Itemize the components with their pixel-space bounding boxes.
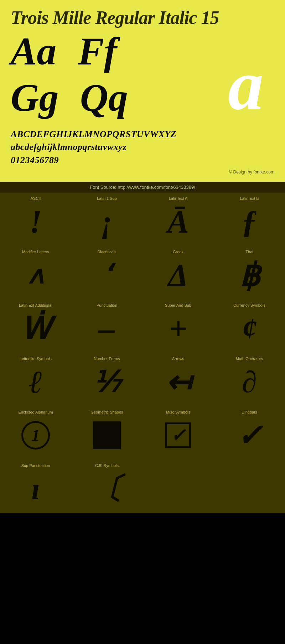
glyph-modifier: ʌ: [28, 254, 43, 296]
font-source-bar: Font Source: http://www.fontke.com/font/…: [0, 182, 285, 193]
glyph-cell-latinextadd: Latin Ext Additional Ẇ: [0, 300, 71, 353]
cat-misc: Misc Symbols: [142, 406, 214, 414]
big-glyph-qq: Qq: [80, 78, 128, 117]
glyph-latinexta: Ā: [167, 201, 189, 243]
glyph-cjk: 〔: [92, 468, 122, 510]
glyph-geoshapes-wrap: [93, 414, 121, 456]
glyph-latin1sup: ¡: [100, 201, 113, 243]
cat-numberforms: Number Forms: [71, 353, 142, 361]
glyph-geoshapes-square: [93, 421, 121, 449]
glyph-superandsub: +: [169, 307, 187, 349]
glyph-diacriticals: ʻ: [103, 254, 112, 296]
glyph-cell-latin1sup: Latin 1 Sup ¡: [71, 193, 142, 246]
cat-cjk: CJK Symbols: [71, 460, 142, 468]
glyph-cell-thai: Thai ฿: [214, 246, 285, 300]
glyph-cell-ascii: ASCII !: [0, 193, 71, 246]
cat-punctuation: Punctuation: [71, 300, 142, 307]
font-source-text: Font Source: http://www.fontke.com/font/…: [90, 185, 195, 190]
big-glyph-ff: Ff: [78, 32, 117, 71]
glyph-mathops: ∂: [242, 361, 257, 403]
cat-arrows: Arrows: [142, 353, 214, 361]
glyph-misc-wrap: ✓: [165, 414, 191, 456]
alphabet-upper: ABCDEFGHIJKLMNOPQRSTUVWXYZ: [11, 128, 274, 141]
glyph-cell-dingbats: Dingbats ✓: [214, 406, 285, 460]
glyph-misc-box: ✓: [165, 422, 191, 448]
alphabet-section: ABCDEFGHIJKLMNOPQRSTUVWXYZ abcdefghijklm…: [11, 128, 274, 167]
glyph-cell-numberforms: Number Forms ⅐: [71, 353, 142, 406]
glyph-latinextadd: Ẇ: [21, 307, 51, 349]
cat-geoshapes: Geometric Shapes: [71, 406, 142, 414]
glyph-numberforms: ⅐: [93, 361, 121, 403]
glyph-thai: ฿: [239, 254, 260, 296]
cat-suppunct: Sup Punctuation: [0, 460, 71, 468]
cat-greek: Greek: [142, 246, 214, 254]
glyph-cell-suppunct: Sup Punctuation ı: [0, 460, 71, 513]
cat-ascii: ASCII: [0, 193, 71, 201]
glyph-cell-geoshapes: Geometric Shapes: [71, 406, 142, 460]
glyph-cell-latinexta: Latin Ext A Ā: [142, 193, 214, 246]
cat-latinextadd: Latin Ext Additional: [0, 300, 71, 307]
cat-superandsub: Super And Sub: [142, 300, 214, 307]
cat-enclosed: Enclosed Alphanum: [0, 406, 71, 414]
glyph-cell-cjk: CJK Symbols 〔: [71, 460, 142, 513]
copyright: © Design by fontke.com: [11, 170, 274, 175]
cat-latin1sup: Latin 1 Sup: [71, 193, 142, 201]
dark-section: ASCII ! Latin 1 Sup ¡ Latin Ext A Ā Lati…: [0, 193, 285, 513]
glyph-currency: ¢: [242, 307, 257, 349]
glyph-cell-arrows: Arrows ↤: [142, 353, 214, 406]
glyph-cell-mathops: Math Operators ∂: [214, 353, 285, 406]
cat-currency: Currency Symbols: [214, 300, 285, 307]
glyph-cell-latinextb: Latin Ext B ƒ: [214, 193, 285, 246]
glyph-cell-superandsub: Super And Sub +: [142, 300, 214, 353]
big-glyph-gg: Gg: [11, 78, 58, 117]
glyph-cell-punctuation: Punctuation –: [71, 300, 142, 353]
glyph-letterlike: ℓ: [29, 361, 42, 403]
glyph-arrows: ↤: [166, 361, 191, 403]
glyph-cell-empty2: [214, 460, 285, 513]
glyph-cell-currency: Currency Symbols ¢: [214, 300, 285, 353]
glyph-cell-modifier: Modifier Letters ʌ: [0, 246, 71, 300]
glyph-cell-diacriticals: Diacriticals ʻ: [71, 246, 142, 300]
glyph-grid: ASCII ! Latin 1 Sup ¡ Latin Ext A Ā Lati…: [0, 193, 285, 513]
glyph-cell-letterlike: Letterlike Symbols ℓ: [0, 353, 71, 406]
numerals: 0123456789: [11, 154, 274, 167]
glyph-latinextb: ƒ: [242, 201, 258, 243]
cat-latinextb: Latin Ext B: [214, 193, 285, 201]
glyph-ascii: !: [29, 201, 42, 243]
cat-mathops: Math Operators: [214, 353, 285, 361]
glyph-enclosed-wrap: 1: [21, 414, 50, 456]
glyph-enclosed-circle: 1: [21, 421, 50, 450]
cat-latinexta: Latin Ext A: [142, 193, 214, 201]
cat-modifier: Modifier Letters: [0, 246, 71, 254]
bg-glyph-a: a: [228, 53, 264, 117]
cat-diacriticals: Diacriticals: [71, 246, 142, 254]
glyph-cell-empty1: [142, 460, 214, 513]
glyph-punctuation: –: [99, 307, 115, 349]
glyph-cell-enclosed: Enclosed Alphanum 1: [0, 406, 71, 460]
glyph-dingbats: ✓: [237, 414, 262, 456]
cat-dingbats: Dingbats: [214, 406, 285, 414]
font-title: Trois Mille Regular Italic 15: [11, 7, 274, 28]
glyph-cell-greek: Greek Δ: [142, 246, 214, 300]
cat-letterlike: Letterlike Symbols: [0, 353, 71, 361]
header-section: Trois Mille Regular Italic 15 Aa Ff Gg Q…: [0, 0, 285, 182]
big-glyph-aa: Aa: [11, 32, 56, 71]
glyph-greek: Δ: [168, 254, 188, 296]
glyph-suppunct: ı: [31, 468, 40, 510]
cat-thai: Thai: [214, 246, 285, 254]
glyph-cell-misc: Misc Symbols ✓: [142, 406, 214, 460]
alphabet-lower: abcdefghijklmnopqrstuvwxyz: [11, 141, 274, 154]
